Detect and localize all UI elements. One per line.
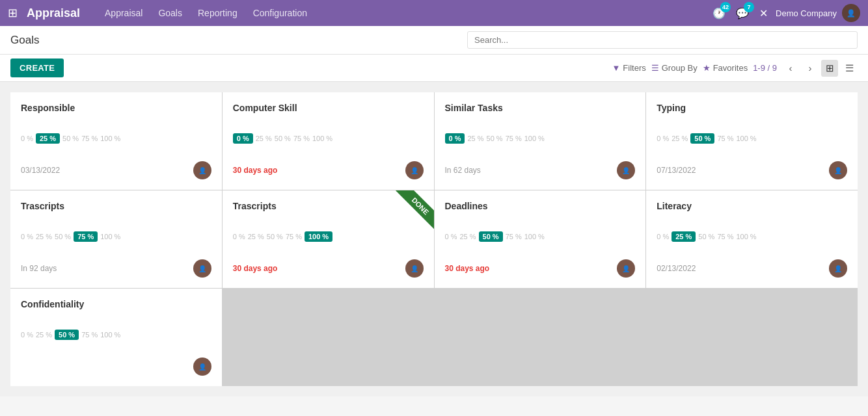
goal-card-literacy[interactable]: Literacy0 %25 %50 %75 %100 %02/13/2022👤 [646, 190, 858, 288]
progress-step-3[interactable]: 75 % [506, 135, 522, 142]
card-footer: 30 days ago👤 [445, 259, 636, 278]
progress-step-2[interactable]: 50 % [690, 133, 714, 144]
close-icon[interactable]: ✕ [759, 7, 768, 20]
progress-step-3[interactable]: 75 % [81, 331, 98, 339]
card-footer: 07/13/2022👤 [657, 161, 847, 179]
progress-track: 0 %25 %50 %75 %100 % [21, 330, 211, 340]
progress-step-2[interactable]: 50 % [62, 135, 79, 142]
progress-step-3[interactable]: 75 % [74, 231, 98, 242]
progress-step-0[interactable]: 0 % [445, 233, 457, 240]
goal-card-typing[interactable]: Typing0 %25 %50 %75 %100 %07/13/2022👤 [646, 92, 858, 190]
kanban-view-button[interactable]: ⊞ [821, 60, 838, 77]
progress-step-0[interactable]: 0 % [233, 233, 245, 240]
card-footer: 👤 [21, 358, 211, 376]
star-icon: ★ [703, 63, 711, 73]
groupby-icon: ☰ [651, 63, 659, 73]
progress-step-0[interactable]: 0 % [21, 233, 33, 240]
progress-step-3[interactable]: 75 % [717, 233, 733, 240]
progress-step-3[interactable]: 75 % [81, 135, 98, 142]
progress-step-2[interactable]: 50 % [267, 233, 283, 240]
progress-step-0[interactable]: 0 % [21, 135, 33, 142]
grid-icon[interactable]: ⊞ [8, 6, 18, 20]
card-footer: 02/13/2022👤 [657, 259, 847, 278]
nav-configuration[interactable]: Configuration [247, 5, 314, 21]
progress-step-0[interactable]: 0 % [233, 133, 253, 144]
progress-step-0[interactable]: 0 % [445, 133, 465, 144]
app-name: Appraisal [27, 6, 80, 20]
goal-title: Computer Skill [233, 103, 424, 113]
progress-step-4[interactable]: 100 % [524, 233, 545, 240]
nav-appraisal[interactable]: Appraisal [98, 5, 149, 21]
progress-step-4[interactable]: 100 % [100, 233, 120, 240]
progress-step-4[interactable]: 100 % [312, 135, 332, 142]
nav-reporting[interactable]: Reporting [191, 5, 244, 21]
filters-button[interactable]: ▼ Filters [612, 63, 645, 73]
message-count: 7 [744, 2, 754, 12]
goal-title: Responsible [21, 103, 211, 113]
goal-card-similar-tasks[interactable]: Similar Tasks0 %25 %50 %75 %100 %In 62 d… [435, 92, 646, 190]
goal-card-trascripts-2[interactable]: Trascripts0 %25 %50 %75 %100 %30 days ag… [223, 190, 434, 288]
card-date: 07/13/2022 [657, 166, 696, 175]
card-date: 30 days ago [233, 166, 278, 175]
progress-track: 0 %25 %50 %75 %100 % [21, 231, 211, 242]
card-date: 30 days ago [233, 264, 278, 273]
progress-step-4[interactable]: 100 % [524, 135, 545, 142]
card-footer: In 92 days👤 [21, 259, 211, 278]
goal-card-deadlines[interactable]: Deadlines0 %25 %50 %75 %100 %30 days ago… [435, 190, 646, 288]
groupby-button[interactable]: ☰ Group By [651, 63, 698, 73]
progress-step-3[interactable]: 75 % [717, 135, 733, 142]
progress-step-1[interactable]: 25 % [36, 331, 52, 339]
search-input[interactable] [467, 31, 858, 49]
user-avatar[interactable]: 👤 [842, 4, 860, 22]
list-view-button[interactable]: ☰ [841, 60, 858, 77]
progress-step-4[interactable]: 100 % [736, 233, 756, 240]
goal-card-computer-skill[interactable]: Computer Skill0 %25 %50 %75 %100 %30 day… [223, 92, 434, 190]
progress-step-2[interactable]: 50 % [55, 233, 71, 240]
progress-step-2[interactable]: 50 % [479, 231, 503, 242]
progress-step-1[interactable]: 25 % [248, 233, 264, 240]
progress-step-1[interactable]: 25 % [671, 135, 688, 142]
progress-step-1[interactable]: 25 % [36, 133, 60, 144]
progress-step-1[interactable]: 25 % [36, 233, 52, 240]
top-navigation: ⊞ Appraisal Appraisal Goals Reporting Co… [0, 0, 868, 26]
goal-card-trascripts-1[interactable]: Trascripts0 %25 %50 %75 %100 %In 92 days… [10, 190, 222, 288]
progress-step-2[interactable]: 50 % [55, 330, 79, 340]
activity-count: 42 [720, 2, 731, 12]
progress-step-1[interactable]: 25 % [467, 135, 483, 142]
next-page-button[interactable]: › [802, 60, 819, 77]
card-date: In 62 days [445, 166, 481, 175]
goal-card-responsible[interactable]: Responsible0 %25 %50 %75 %100 %03/13/202… [10, 92, 222, 190]
card-date: 02/13/2022 [657, 264, 696, 273]
progress-step-2[interactable]: 50 % [275, 135, 291, 142]
progress-step-4[interactable]: 100 % [100, 331, 120, 339]
create-button[interactable]: CREATE [10, 58, 64, 77]
progress-step-0[interactable]: 0 % [657, 233, 669, 240]
progress-step-1[interactable]: 25 % [256, 135, 272, 142]
progress-step-0[interactable]: 0 % [21, 331, 33, 339]
progress-step-2[interactable]: 50 % [698, 233, 714, 240]
activity-badge[interactable]: 🕐 42 [710, 4, 728, 22]
card-avatar: 👤 [193, 358, 211, 376]
action-bar: CREATE ▼ Filters ☰ Group By ★ Favorites … [0, 55, 868, 82]
goal-title: Trascripts [21, 201, 211, 211]
card-avatar: 👤 [829, 161, 847, 179]
progress-step-4[interactable]: 100 % [736, 135, 756, 142]
progress-step-3[interactable]: 75 % [293, 135, 310, 142]
progress-step-0[interactable]: 0 % [657, 135, 669, 142]
progress-track: 0 %25 %50 %75 %100 % [445, 231, 636, 242]
progress-step-3[interactable]: 75 % [286, 233, 302, 240]
progress-step-2[interactable]: 50 % [487, 135, 503, 142]
goal-title: Trascripts [233, 201, 424, 211]
progress-step-4[interactable]: 100 % [305, 231, 332, 242]
card-avatar: 👤 [405, 259, 424, 278]
goal-card-confidentiality[interactable]: Confidentiality0 %25 %50 %75 %100 %👤 [10, 289, 222, 386]
progress-step-4[interactable]: 100 % [100, 135, 120, 142]
favorites-button[interactable]: ★ Favorites [703, 63, 748, 73]
nav-goals[interactable]: Goals [152, 5, 189, 21]
progress-step-1[interactable]: 25 % [459, 233, 476, 240]
message-badge[interactable]: 💬 7 [733, 4, 752, 22]
prev-page-button[interactable]: ‹ [782, 60, 799, 77]
goals-grid: Responsible0 %25 %50 %75 %100 %03/13/202… [10, 92, 858, 386]
progress-step-1[interactable]: 25 % [671, 231, 696, 242]
progress-step-3[interactable]: 75 % [506, 233, 522, 240]
